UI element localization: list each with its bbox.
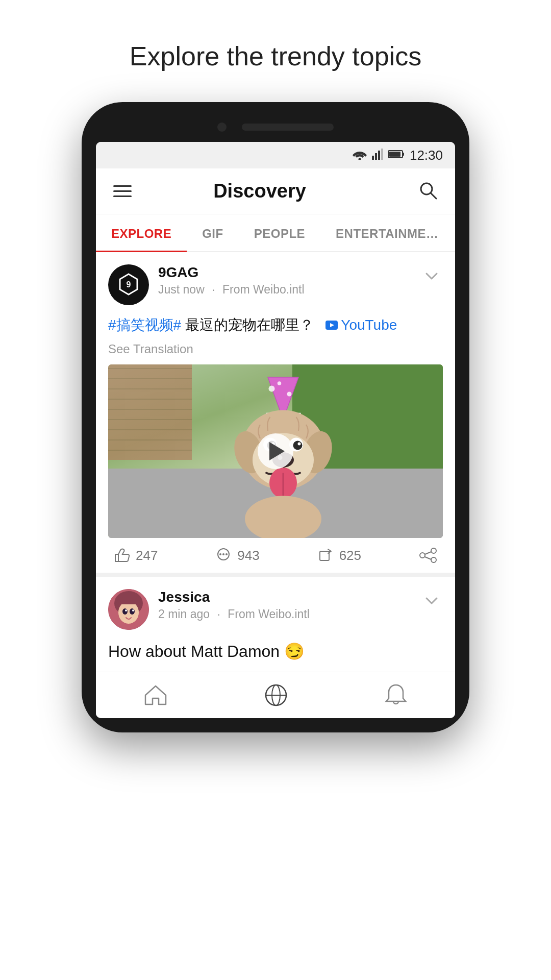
phone-shell: 12:30 Discovery EXPLORE GIF PEOPLE E	[82, 102, 469, 732]
svg-line-9	[431, 193, 436, 199]
tab-explore[interactable]: EXPLORE	[96, 214, 187, 251]
repost-count: 625	[339, 548, 361, 564]
post-1: 9 9GAG Just now · From Weibo.intl	[96, 252, 455, 577]
post-2-avatar[interactable]	[108, 589, 149, 630]
svg-rect-2	[375, 153, 377, 160]
post-1-meta: 9GAG Just now · From Weibo.intl	[158, 264, 420, 297]
play-triangle	[269, 442, 285, 460]
post-2-text: How about Matt Damon 😏	[108, 639, 443, 664]
post-1-time: Just now · From Weibo.intl	[158, 283, 420, 297]
phone-screen: 12:30 Discovery EXPLORE GIF PEOPLE E	[96, 142, 455, 718]
svg-point-38	[222, 553, 224, 555]
status-icons: 12:30	[353, 148, 443, 163]
svg-point-37	[219, 553, 221, 555]
svg-point-52	[125, 609, 127, 611]
comment-button[interactable]: 943	[215, 547, 316, 564]
tab-entertainment[interactable]: ENTERTAINME…	[320, 214, 454, 251]
camera-dot	[217, 122, 227, 132]
svg-point-18	[287, 392, 292, 397]
repost-icon	[317, 547, 334, 564]
signal-icon	[372, 149, 383, 162]
post-1-dropdown[interactable]	[420, 264, 443, 289]
svg-point-53	[132, 609, 134, 611]
post-2-author: Jessica	[158, 589, 420, 605]
wifi-icon	[353, 149, 367, 162]
svg-point-44	[431, 557, 436, 562]
svg-point-51	[130, 608, 135, 615]
nav-discover[interactable]	[263, 682, 289, 708]
svg-point-42	[431, 548, 436, 553]
tab-people[interactable]: PEOPLE	[239, 214, 320, 251]
post-1-see-translation[interactable]: See Translation	[108, 342, 443, 356]
comment-count: 943	[237, 548, 259, 564]
bottom-nav	[96, 672, 455, 718]
repost-button[interactable]: 625	[317, 547, 418, 564]
svg-point-35	[245, 496, 321, 538]
post-2-time: 2 min ago · From Weibo.intl	[158, 607, 420, 621]
nav-home[interactable]	[143, 684, 168, 706]
speaker-bar	[242, 124, 334, 131]
svg-line-46	[425, 557, 431, 559]
tab-bar: EXPLORE GIF PEOPLE ENTERTAINME…	[96, 214, 455, 252]
post-1-text: #搞笑视频# 最逗的宠物在哪里？ YouTube	[108, 314, 443, 336]
status-bar: 12:30	[96, 142, 455, 168]
svg-point-30	[298, 443, 301, 446]
svg-line-45	[425, 552, 431, 554]
svg-point-28	[293, 441, 303, 450]
post-1-video[interactable]	[108, 364, 443, 538]
svg-rect-4	[381, 149, 383, 160]
nav-notifications[interactable]	[384, 683, 408, 707]
svg-rect-40	[320, 551, 329, 560]
svg-point-0	[358, 158, 361, 160]
post-1-yt-link[interactable]: YouTube	[325, 314, 397, 336]
post-2-dropdown[interactable]	[420, 589, 443, 614]
post-1-hashtag[interactable]: #搞笑视频#	[108, 317, 181, 333]
post-1-actions: 247 943	[108, 538, 443, 573]
like-icon	[113, 547, 131, 564]
page-title: Explore the trendy topics	[130, 41, 421, 71]
like-button[interactable]: 247	[113, 547, 215, 564]
battery-icon	[388, 150, 405, 161]
svg-rect-1	[372, 156, 374, 160]
status-time: 12:30	[410, 148, 443, 163]
post-1-avatar[interactable]: 9	[108, 264, 149, 305]
post-2-header: Jessica 2 min ago · From Weibo.intl	[108, 589, 443, 630]
svg-point-39	[226, 553, 228, 555]
svg-rect-7	[389, 152, 400, 157]
app-header: Discovery	[96, 168, 455, 214]
svg-point-19	[278, 381, 282, 385]
like-count: 247	[136, 548, 158, 564]
svg-rect-3	[378, 151, 380, 160]
post-2: Jessica 2 min ago · From Weibo.intl How …	[96, 577, 455, 672]
post-1-author: 9GAG	[158, 264, 420, 281]
wall	[108, 364, 192, 460]
svg-rect-6	[403, 153, 404, 156]
phone-top	[96, 122, 455, 132]
app-title: Discovery	[106, 180, 413, 202]
svg-point-43	[420, 553, 425, 558]
share-button[interactable]	[418, 547, 438, 564]
svg-point-50	[122, 608, 128, 615]
post-2-meta: Jessica 2 min ago · From Weibo.intl	[158, 589, 420, 621]
post-1-header: 9 9GAG Just now · From Weibo.intl	[108, 264, 443, 305]
comment-icon	[215, 547, 232, 564]
tab-gif[interactable]: GIF	[187, 214, 239, 251]
svg-point-49	[118, 601, 139, 624]
play-button[interactable]	[258, 433, 293, 469]
search-button[interactable]	[413, 176, 443, 207]
svg-text:9: 9	[127, 280, 131, 289]
svg-point-17	[269, 386, 275, 392]
